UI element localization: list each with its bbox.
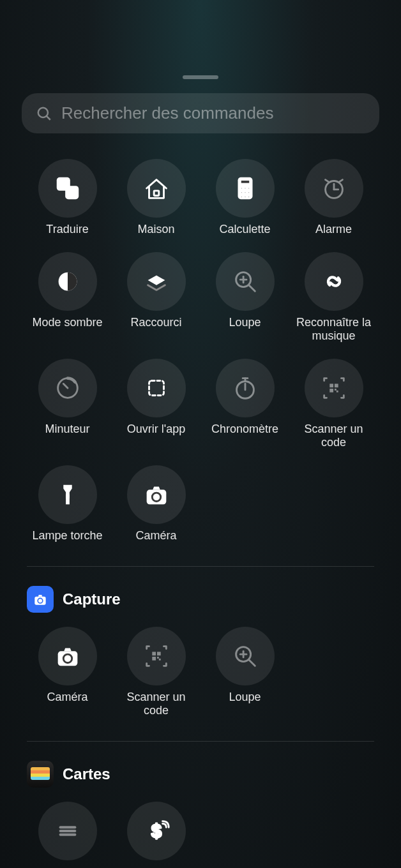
main-grid: A文TraduireMaisonCalculetteAlarmeMode som…	[22, 159, 379, 543]
tile-label: Alarme	[315, 223, 352, 237]
svg-point-11	[247, 187, 250, 190]
tile-reconnaitre-musique[interactable]: Reconnaître la musique	[289, 252, 378, 343]
svg-text:$: $	[151, 820, 162, 841]
tile-label: Calculette	[219, 223, 270, 237]
svg-text:A: A	[60, 179, 66, 189]
section-grid-capture: CaméraScanner un codeLoupe	[22, 627, 379, 718]
home-icon	[127, 159, 186, 218]
tile-maison[interactable]: Maison	[112, 159, 200, 237]
darkmode-icon	[38, 252, 97, 311]
svg-rect-8	[240, 180, 250, 184]
svg-point-0	[38, 107, 48, 117]
camera-app-icon	[27, 586, 54, 613]
tile-traduire[interactable]: A文Traduire	[23, 159, 112, 237]
svg-rect-48	[156, 652, 160, 655]
svg-line-22	[338, 180, 342, 183]
tile-label: Caméra	[135, 529, 176, 543]
alarm-icon	[305, 159, 363, 218]
tile-label: Scanner un code	[115, 691, 198, 718]
tile-alarme[interactable]: Alarme	[289, 159, 378, 237]
camera-icon	[127, 465, 186, 524]
section-title: Cartes	[63, 765, 110, 783]
svg-point-14	[247, 191, 250, 194]
sheet-grabber[interactable]	[183, 75, 218, 79]
tile-label: Maison	[137, 223, 174, 237]
svg-rect-36	[334, 384, 338, 387]
controls-panel: Rechercher des commandes A文TraduireMaiso…	[13, 57, 388, 865]
card-stack-icon	[38, 802, 97, 860]
svg-rect-58	[59, 834, 76, 836]
magnifier-icon	[216, 252, 275, 311]
shortcut-icon	[127, 252, 186, 311]
svg-point-10	[244, 187, 246, 190]
tile-capture-scanner[interactable]: Scanner un code	[112, 627, 200, 718]
svg-rect-49	[152, 657, 156, 661]
calculator-icon	[216, 159, 275, 218]
tile-label: Loupe	[229, 691, 261, 705]
tile-label: Ouvrir l'app	[127, 423, 185, 437]
pay-icon: $	[127, 802, 186, 860]
tile-camera[interactable]: Caméra	[112, 465, 200, 543]
open-app-icon	[127, 359, 186, 417]
translate-icon: A文	[38, 159, 97, 218]
tile-mode-sombre[interactable]: Mode sombre	[23, 252, 112, 343]
tile-label: Minuteur	[45, 423, 89, 437]
svg-rect-30	[149, 380, 163, 395]
section-header-cartes[interactable]: Cartes	[22, 761, 379, 802]
qr-icon	[127, 627, 186, 685]
tile-capture-loupe[interactable]: Loupe	[200, 627, 289, 718]
search-icon	[36, 105, 52, 122]
tile-label: Caméra	[47, 691, 87, 705]
tile-ouvrir-app[interactable]: Ouvrir l'app	[112, 359, 200, 450]
svg-line-29	[63, 384, 68, 388]
svg-line-1	[47, 116, 50, 119]
tile-label: Lampe torche	[32, 529, 102, 543]
svg-rect-56	[59, 826, 76, 828]
tile-calculette[interactable]: Calculette	[200, 159, 289, 237]
qr-icon	[305, 359, 363, 417]
tile-minuteur[interactable]: Minuteur	[23, 359, 112, 450]
control-sheet: Rechercher des commandes A文TraduireMaiso…	[6, 0, 395, 868]
tile-capture-camera[interactable]: Caméra	[23, 627, 112, 718]
tile-lampe-torche[interactable]: Lampe torche	[23, 465, 112, 543]
svg-rect-40	[66, 495, 68, 498]
search-field[interactable]: Rechercher des commandes	[22, 93, 379, 133]
timer-icon	[38, 359, 97, 417]
tile-label: Raccourci	[130, 316, 181, 330]
wallet-app-icon	[27, 761, 54, 788]
tile-cartes-wallet[interactable]	[23, 802, 112, 865]
svg-rect-50	[156, 657, 158, 659]
svg-line-53	[248, 659, 255, 666]
section-title: Capture	[63, 590, 121, 608]
svg-line-25	[248, 285, 255, 291]
flashlight-icon	[38, 465, 97, 524]
tile-scanner-code[interactable]: Scanner un code	[289, 359, 378, 450]
tile-label: Chronomètre	[211, 423, 278, 437]
tile-cartes-pay[interactable]: $	[112, 802, 200, 865]
tile-label: Traduire	[46, 223, 88, 237]
svg-point-17	[247, 196, 250, 198]
tile-raccourci[interactable]: Raccourci	[112, 252, 200, 343]
camera-icon	[38, 627, 97, 685]
magnifier-icon	[216, 627, 275, 685]
tile-chronometre[interactable]: Chronomètre	[200, 359, 289, 450]
svg-point-16	[244, 196, 246, 198]
tile-label: Scanner un code	[292, 423, 375, 450]
svg-rect-57	[59, 830, 76, 832]
svg-rect-39	[336, 391, 338, 393]
svg-rect-38	[334, 389, 336, 391]
tile-label: Loupe	[229, 316, 261, 330]
section-grid-cartes: $	[22, 802, 379, 865]
section-header-capture[interactable]: Capture	[22, 586, 379, 627]
svg-point-9	[240, 187, 243, 190]
divider	[27, 566, 374, 567]
svg-rect-6	[154, 191, 159, 196]
svg-rect-47	[152, 652, 156, 655]
svg-rect-51	[158, 658, 160, 660]
svg-rect-35	[329, 384, 333, 387]
divider	[27, 741, 374, 742]
svg-text:文: 文	[68, 189, 75, 198]
tile-label: Mode sombre	[32, 316, 102, 330]
tile-loupe[interactable]: Loupe	[200, 252, 289, 343]
svg-rect-37	[329, 389, 333, 393]
